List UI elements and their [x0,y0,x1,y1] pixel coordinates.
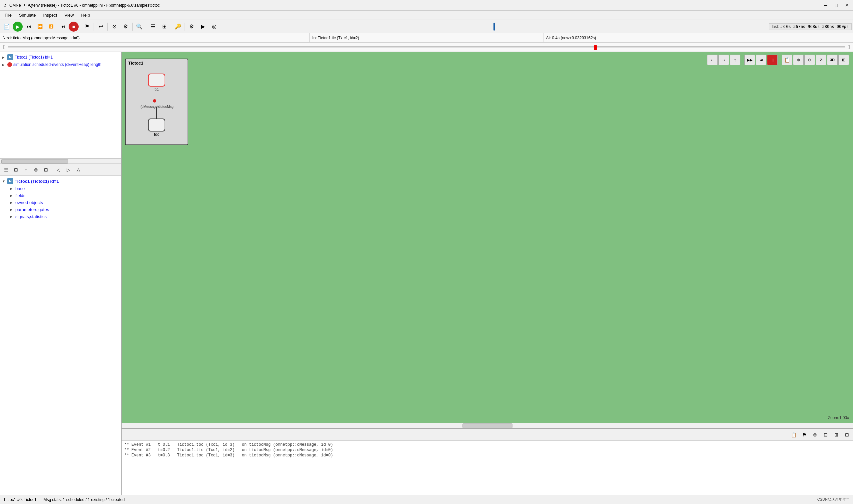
canvas-fast-fwd-button[interactable]: ⏭ [756,55,766,65]
scrollbar-thumb[interactable] [1,159,68,164]
detail-root-expand[interactable]: ▼ [2,179,7,183]
timeline-marker [594,45,597,50]
detail-root-label: Tictoc1 (Tictoc1) id=1 [15,179,59,184]
log-toolbar: 📋 ⚑ ⊛ ⊟ ⊞ ⊡ [122,429,853,441]
stop-button[interactable]: ■ [69,22,79,32]
undo-button[interactable]: ↩ [95,21,106,32]
up-button[interactable]: △ [74,165,83,175]
log-area: 📋 ⚑ ⊛ ⊟ ⊞ ⊡ ** Event #1 t=0.1 Tictoc1.to… [122,428,853,495]
canvas-3d-button[interactable]: 3D [827,55,838,65]
menu-view[interactable]: View [61,12,77,19]
prev-button[interactable]: ◁ [54,165,63,175]
canvas-area: ← → ↑ ▶▶ ⏭ ⏸ 📋 ⊕ ⊖ ⊘ 3D ⊞ Tictoc1 [122,52,853,423]
video-button[interactable]: ▶ [197,21,208,32]
log-line-1: ** Event #1 t=0.1 Tictoc1.toc (Txc1, id=… [124,442,850,447]
canvas-forward-button[interactable]: → [718,55,729,65]
detail-item-signals-statistics[interactable]: ▶ signals,statistics [0,213,121,220]
menu-simulate[interactable]: Simulate [16,12,39,19]
canvas-run-button[interactable]: ▶▶ [744,55,755,65]
tree-item-simulation[interactable]: ▶ simulation.scheduled-events (cEventHea… [0,61,121,68]
canvas-fit-button[interactable]: ⊞ [838,55,849,65]
wrap-log-button[interactable]: ⊟ [821,430,830,439]
prev-event-button[interactable]: ⏮ [57,21,68,32]
window-title: OMNeT++/Qtenv (release) - Tictoc1 #0 - o… [9,3,160,8]
list-view-button[interactable]: ☰ [1,165,11,175]
menu-help[interactable]: Help [77,12,93,19]
canvas-layers-button[interactable]: ⊘ [816,55,826,65]
left-scrollbar[interactable] [0,159,121,164]
canvas-zoom-out-button[interactable]: ⊖ [804,55,815,65]
filter-button[interactable]: ⊛ [31,165,41,175]
canvas-hscroll[interactable] [122,423,853,428]
detail-item-base[interactable]: ▶ base [0,185,121,192]
sort-button[interactable]: ↑ [21,165,31,175]
canvas-copy-button[interactable]: 📋 [782,55,793,65]
step-button[interactable]: ⏭ [23,21,34,32]
tree-expand-simulation[interactable]: ▶ [2,63,7,67]
maximize-button[interactable]: □ [833,2,840,8]
detail-expand-owned-objects[interactable]: ▶ [10,201,15,204]
toc-module[interactable]: toc [146,119,167,137]
detail-label-signals-statistics: signals,statistics [15,214,47,219]
bottom-status-bar: Tictoc1 #0: Tictoc1 Msg stats: 1 schedul… [0,495,853,504]
group-button[interactable]: ⊟ [41,165,51,175]
red-circle-icon-simulation [7,62,12,67]
filter-log-button[interactable]: ⊛ [810,430,820,439]
detail-expand-parameters-gates[interactable]: ▶ [10,208,15,211]
log-line-2: ** Event #2 t=0.2 Tictoc1.tic (Txc1, id=… [124,447,850,453]
detail-label-owned-objects: owned objects [15,200,43,205]
bottom-left-status: Tictoc1 #0: Tictoc1 [0,495,40,504]
canvas-pause-button[interactable]: ⏸ [767,55,778,65]
detail-item-fields[interactable]: ▶ fields [0,192,121,199]
detail-item-parameters-gates[interactable]: ▶ parameters,gates [0,206,121,213]
event-flags-button[interactable]: ⚑ [82,21,92,32]
timeline-indicator-icon [484,22,504,31]
list-button[interactable]: ☰ [147,21,158,32]
canvas-hscroll-thumb[interactable] [463,424,512,428]
menu-file[interactable]: File [1,12,15,19]
sub-toolbar: ☰ ⊞ ↑ ⊛ ⊟ ◁ ▷ △ [0,164,121,176]
timeline-bar: [ ] [0,42,853,52]
canvas-zoom-in-button[interactable]: ⊕ [793,55,804,65]
minimize-button[interactable]: ─ [822,2,829,8]
canvas-toolbar: ← → ↑ ▶▶ ⏭ ⏸ 📋 ⊕ ⊖ ⊘ 3D ⊞ [707,55,849,65]
right-panel: ← → ↑ ▶▶ ⏭ ⏸ 📋 ⊕ ⊖ ⊘ 3D ⊞ Tictoc1 [122,52,853,495]
key-button[interactable]: 🔑 [173,21,183,32]
next-button[interactable]: ▷ [64,165,73,175]
tree-item-tictoc1[interactable]: ▶ M Tictoc1 (Tictoc1) id=1 [0,53,121,61]
new-button[interactable]: 📄 [1,21,12,32]
detail-view-button[interactable]: ⊞ [11,165,21,175]
detail-expand-base[interactable]: ▶ [10,187,15,191]
detail-item-owned-objects[interactable]: ▶ owned objects [0,199,121,206]
menu-inspect[interactable]: Inspect [40,12,60,19]
gear-button[interactable]: ⚙ [120,21,131,32]
tic-module-box [148,74,165,87]
menu-bar: File Simulate Inspect View Help [0,11,853,20]
detail-expand-fields[interactable]: ▶ [10,194,15,197]
toolbar-sep-3 [107,23,108,31]
search-button[interactable]: 🔍 [134,21,145,32]
tic-module[interactable]: tic [146,74,167,92]
timeline-track[interactable] [8,46,845,48]
detail-expand-signals-statistics[interactable]: ▶ [10,215,15,218]
settings-button[interactable]: ⚙ [186,21,197,32]
faster-button[interactable]: ⏫ [46,21,57,32]
at-time-status: At: 0.4s (now+0.03203162s) [543,33,853,42]
export-log-button[interactable]: ⊡ [842,430,852,439]
circular-button[interactable]: ◎ [209,21,220,32]
close-button[interactable]: ✕ [844,2,850,8]
fast-button[interactable]: ⏩ [35,21,45,32]
network-box: Tictoc1 tic [125,59,188,145]
merge-log-button[interactable]: ⊞ [832,430,841,439]
detail-label-base: base [15,186,25,191]
search-log-button[interactable]: ⚑ [800,430,809,439]
tree-expand-tictoc1[interactable]: ▶ [2,56,7,59]
debug-button[interactable]: ⊙ [109,21,120,32]
copy-log-button[interactable]: 📋 [789,430,798,439]
canvas-up-button[interactable]: ↑ [730,55,741,65]
canvas-back-button[interactable]: ← [707,55,718,65]
bottom-right-status: CSDN@庆余年年年 [814,497,853,502]
grid-button[interactable]: ⊞ [159,21,170,32]
play-button[interactable]: ▶ [13,22,23,32]
detail-root-item[interactable]: ▼ M Tictoc1 (Tictoc1) id=1 [0,177,121,185]
